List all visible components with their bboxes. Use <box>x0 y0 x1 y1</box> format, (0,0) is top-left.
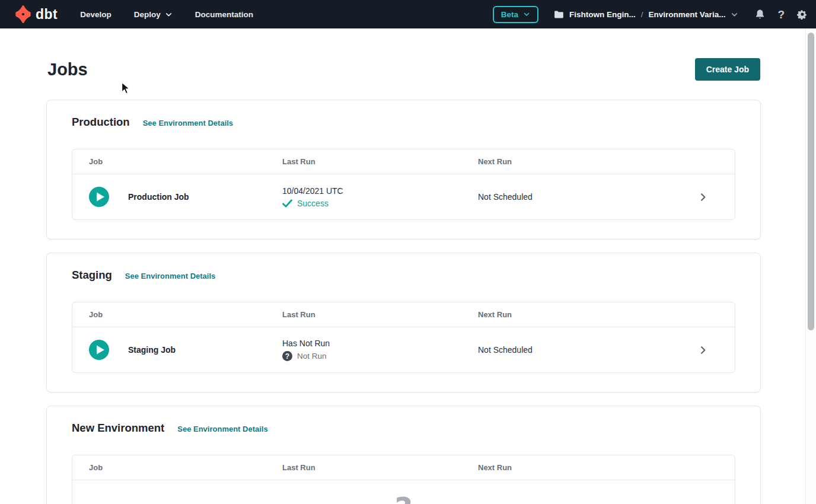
check-icon <box>282 199 292 208</box>
chevron-down-icon <box>523 11 530 18</box>
jobs-table: Job Last Run Next Run Production Job 10/… <box>72 149 735 220</box>
scrollbar-thumb[interactable] <box>808 33 814 330</box>
jobs-page: Jobs Create Job Production See Environme… <box>0 58 805 504</box>
last-run-date: Has Not Run <box>282 339 478 348</box>
dbt-logo-icon <box>14 5 32 23</box>
environment-name: New Environment <box>72 422 164 435</box>
nav-item-deploy[interactable]: Deploy <box>134 10 173 19</box>
chevron-down-icon <box>165 11 173 18</box>
see-environment-details-link[interactable]: See Environment Details <box>143 119 233 127</box>
help-icon[interactable]: ? <box>777 9 785 20</box>
folder-icon <box>554 10 564 19</box>
nav-item-documentation[interactable]: Documentation <box>195 10 253 19</box>
job-row-staging-job[interactable]: Staging Job Has Not Run ? Not Run Not Sc… <box>72 327 735 372</box>
breadcrumb-section[interactable]: Environment Varia... <box>649 10 726 19</box>
next-run-value: Not Scheduled <box>478 345 683 355</box>
environment-name: Production <box>72 116 130 129</box>
job-name: Staging Job <box>128 345 176 355</box>
chevron-down-icon[interactable] <box>731 11 738 18</box>
environment-card-production: Production See Environment Details Job L… <box>46 100 761 240</box>
status-badge: ? Not Run <box>282 351 478 361</box>
job-name: Production Job <box>128 192 189 202</box>
column-header-next-run: Next Run <box>478 310 683 319</box>
question-icon: ? <box>282 351 292 361</box>
page-title: Jobs <box>47 60 88 79</box>
environment-card-new-environment: New Environment See Environment Details … <box>46 406 761 504</box>
dbt-logo[interactable]: dbt <box>14 5 58 23</box>
jobs-table: Job Last Run Next Run Staging Job Has No… <box>72 302 735 373</box>
jobs-table: Job Last Run Next Run ? <box>72 455 735 504</box>
play-icon[interactable] <box>89 187 109 207</box>
empty-question-icon: ? <box>394 491 412 504</box>
breadcrumb-separator: / <box>641 10 643 19</box>
breadcrumb: Fishtown Engin... / Environment Varia... <box>554 10 738 19</box>
empty-jobs-state: ? <box>72 480 735 504</box>
column-header-last-run: Last Run <box>282 463 478 472</box>
brand-text: dbt <box>36 7 58 23</box>
gear-icon[interactable] <box>797 9 808 20</box>
chevron-right-icon[interactable] <box>698 192 708 202</box>
scrollbar-track[interactable] <box>805 28 816 504</box>
column-header-job: Job <box>72 157 282 166</box>
see-environment-details-link[interactable]: See Environment Details <box>177 425 267 433</box>
status-text: Not Run <box>297 352 327 361</box>
top-navbar: dbt Develop Deploy Documentation Beta Fi… <box>0 0 816 28</box>
column-header-job: Job <box>72 310 282 319</box>
see-environment-details-link[interactable]: See Environment Details <box>125 272 215 280</box>
column-header-last-run: Last Run <box>282 310 478 319</box>
column-header-job: Job <box>72 463 282 472</box>
column-header-next-run: Next Run <box>478 463 683 472</box>
next-run-value: Not Scheduled <box>478 192 683 202</box>
environment-name: Staging <box>72 269 112 282</box>
create-job-button[interactable]: Create Job <box>695 58 760 81</box>
bell-icon[interactable] <box>755 9 765 20</box>
chevron-right-icon[interactable] <box>698 345 708 355</box>
column-header-next-run: Next Run <box>478 157 683 166</box>
nav-item-develop[interactable]: Develop <box>80 10 111 19</box>
breadcrumb-project[interactable]: Fishtown Engin... <box>569 10 636 19</box>
nav-icons: ? <box>755 9 808 20</box>
status-text: Success <box>297 199 329 208</box>
status-badge: Success <box>282 199 478 208</box>
column-header-last-run: Last Run <box>282 157 478 166</box>
last-run-date: 10/04/2021 UTC <box>282 186 478 196</box>
job-row-production-job[interactable]: Production Job 10/04/2021 UTC Success No… <box>72 174 735 219</box>
play-icon[interactable] <box>89 340 109 360</box>
environment-card-staging: Staging See Environment Details Job Last… <box>46 253 761 393</box>
beta-dropdown[interactable]: Beta <box>493 6 538 23</box>
nav-menu: Develop Deploy Documentation <box>80 10 253 19</box>
